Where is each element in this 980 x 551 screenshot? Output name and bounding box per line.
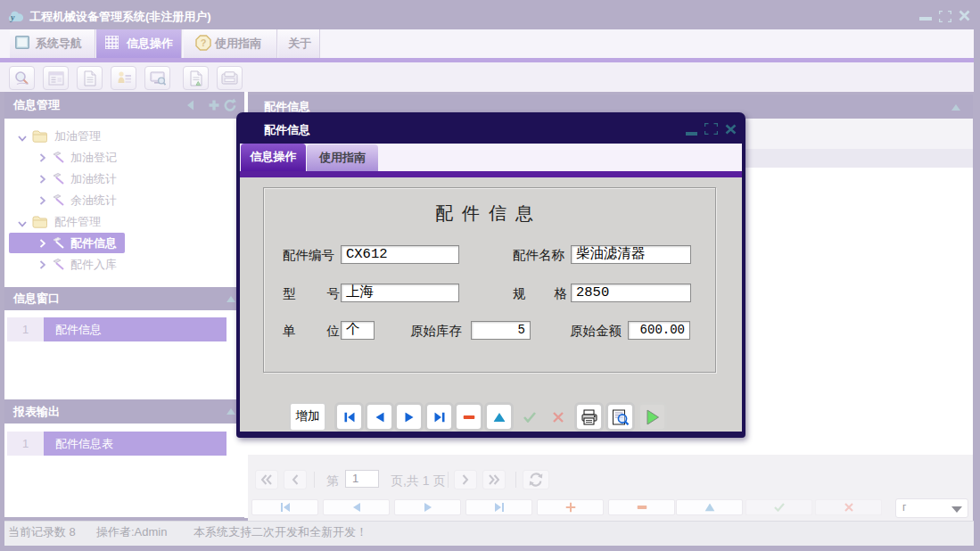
- svg-text:y: y: [10, 12, 15, 22]
- svg-text:?: ?: [201, 37, 207, 48]
